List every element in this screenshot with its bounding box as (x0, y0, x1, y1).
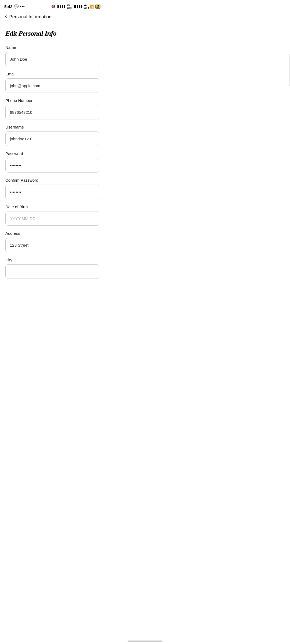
phone-input[interactable] (5, 105, 99, 119)
status-icons: 🔇 ▐▌▌▌▌ VoWiFi ▐▌▌▌▌ VoWiFi 📶 17 (51, 4, 100, 9)
wifi-vo-icon-2: VoWiFi (84, 4, 89, 9)
status-time: 5:42 💬 ••• (4, 4, 25, 9)
phone-label: Phone Number (5, 98, 99, 103)
time-display: 5:42 (4, 4, 12, 9)
main-content: Edit Personal Info Name Email Phone Numb… (0, 23, 105, 295)
address-input[interactable] (5, 238, 99, 252)
dob-label: Date of Birth (5, 204, 99, 209)
name-form-group: Name (5, 45, 99, 66)
city-input[interactable] (5, 264, 99, 279)
wifi-icon: 📶 (90, 5, 94, 9)
more-dots: ••• (20, 4, 25, 9)
confirm-password-form-group: Confirm Password (5, 178, 99, 199)
close-button[interactable]: × Personal Information (4, 14, 51, 20)
confirm-password-label: Confirm Password (5, 178, 99, 182)
status-bar: 5:42 💬 ••• 🔇 ▐▌▌▌▌ VoWiFi ▐▌▌▌▌ VoWiFi 📶… (0, 0, 105, 12)
signal-icon: ▐▌▌▌▌ (56, 5, 66, 8)
username-input[interactable] (5, 131, 99, 146)
dob-input[interactable] (5, 211, 99, 226)
email-input[interactable] (5, 78, 99, 93)
email-form-group: Email (5, 72, 99, 93)
mute-icon: 🔇 (51, 5, 55, 8)
close-icon: × (4, 14, 7, 20)
confirm-password-input[interactable] (5, 185, 99, 199)
address-label: Address (5, 231, 99, 236)
username-form-group: Username (5, 125, 99, 146)
phone-form-group: Phone Number (5, 98, 99, 119)
email-label: Email (5, 72, 99, 76)
password-form-group: Password (5, 151, 99, 173)
city-form-group: City (5, 258, 99, 279)
password-label: Password (5, 151, 99, 156)
dob-form-group: Date of Birth (5, 204, 99, 226)
name-label: Name (5, 45, 99, 50)
nav-title: Personal Information (9, 14, 52, 20)
battery-icon: 17 (95, 5, 100, 9)
city-label: City (5, 258, 99, 262)
whatsapp-icon: 💬 (14, 4, 19, 9)
address-form-group: Address (5, 231, 99, 252)
username-label: Username (5, 125, 99, 129)
signal-icon-2: ▐▌▌▌▌ (73, 5, 83, 8)
wifi-vo-icon: VoWiFi (67, 4, 72, 9)
password-input[interactable] (5, 158, 99, 173)
page-heading: Edit Personal Info (5, 30, 99, 38)
name-input[interactable] (5, 52, 99, 66)
top-nav: × Personal Information (0, 12, 105, 23)
